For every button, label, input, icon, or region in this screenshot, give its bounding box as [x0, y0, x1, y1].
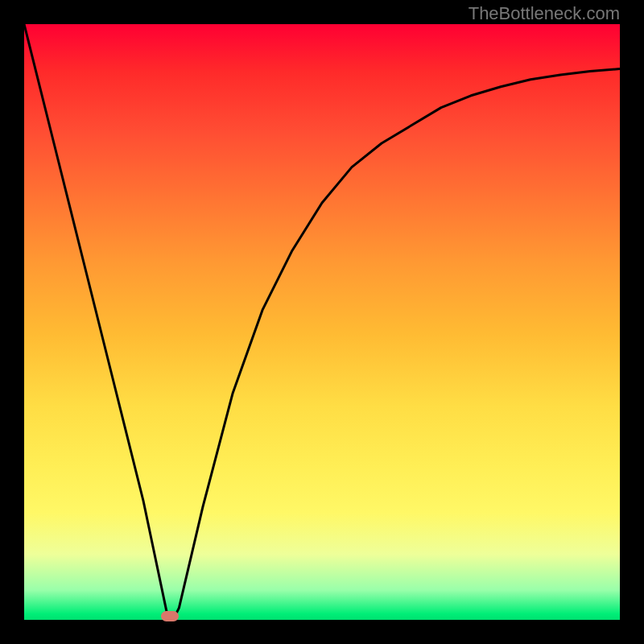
watermark-text: TheBottleneck.com [469, 3, 620, 24]
chart-container: TheBottleneck.com [0, 0, 644, 644]
bottleneck-curve [24, 24, 620, 620]
plot-area [24, 24, 620, 620]
curve-svg [24, 24, 620, 620]
optimal-marker [161, 611, 179, 621]
